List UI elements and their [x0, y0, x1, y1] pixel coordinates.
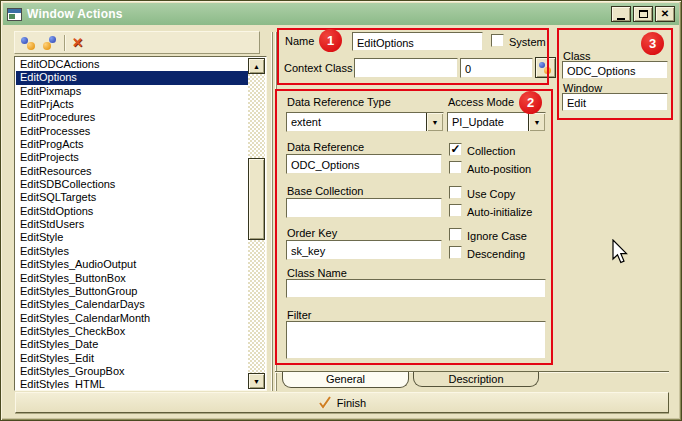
window-icon — [7, 8, 22, 21]
descending-checkbox[interactable] — [449, 246, 462, 259]
class-name-label: Class Name — [287, 267, 347, 279]
data-reference-type-dropdown[interactable]: extent ▼ — [286, 112, 444, 132]
maximize-icon — [639, 10, 648, 18]
annotation-badge-3: 3 — [641, 32, 664, 55]
list-item[interactable]: EditSDBCollections — [16, 178, 248, 191]
panel-splitter[interactable] — [270, 32, 279, 391]
list-scrollbar[interactable]: ▲ ▼ — [248, 58, 265, 389]
list-item[interactable]: EditResources — [16, 165, 248, 178]
list-item[interactable]: EditProgActs — [16, 138, 248, 151]
base-collection-input[interactable] — [286, 198, 442, 218]
close-icon: ✕ — [661, 9, 669, 19]
list-item[interactable]: EditStyles_CalendarDays — [16, 298, 248, 311]
dropdown-arrow-icon[interactable]: ▼ — [528, 113, 545, 131]
list-item[interactable]: EditStdOptions — [16, 205, 248, 218]
finish-button[interactable]: Finish — [15, 392, 669, 413]
dropdown-arrow-icon[interactable]: ▼ — [426, 113, 443, 131]
list-item[interactable]: EditStyles_AudioOutput — [16, 258, 248, 271]
system-label: System — [509, 36, 546, 48]
context-class-picker-button[interactable] — [535, 57, 556, 78]
list-item[interactable]: EditSQLTargets — [16, 191, 248, 204]
list-item[interactable]: EditStdUsers — [16, 218, 248, 231]
name-input[interactable] — [352, 32, 483, 51]
scroll-down-button[interactable]: ▼ — [248, 373, 265, 389]
list-item[interactable]: EditPrjActs — [16, 98, 248, 111]
list-item[interactable]: EditProcesses — [16, 125, 248, 138]
ball-icon — [27, 42, 35, 50]
minimize-button[interactable] — [611, 6, 631, 22]
maximize-button[interactable] — [633, 6, 653, 22]
finish-label: Finish — [337, 397, 366, 409]
system-checkbox[interactable] — [491, 34, 504, 47]
filter-textarea[interactable] — [286, 321, 546, 359]
mouse-cursor — [612, 239, 630, 266]
order-key-input[interactable] — [286, 240, 442, 260]
context-class-input[interactable] — [354, 58, 458, 78]
tab-general[interactable]: General — [282, 372, 409, 388]
collection-label: Collection — [467, 145, 515, 157]
base-collection-label: Base Collection — [287, 185, 363, 197]
use-copy-label: Use Copy — [467, 188, 515, 200]
list-item[interactable]: EditStyles_ButtonBox — [16, 272, 248, 285]
auto-initialize-label: Auto-initialize — [467, 206, 532, 218]
list-item[interactable]: EditProjects — [16, 151, 248, 164]
list-item[interactable]: EditProcedures — [16, 111, 248, 124]
data-reference-label: Data Reference — [287, 141, 364, 153]
auto-position-checkbox[interactable] — [449, 161, 462, 174]
name-label: Name — [285, 35, 314, 47]
copy-action-icon[interactable] — [42, 35, 58, 51]
auto-position-label: Auto-position — [467, 163, 531, 175]
list-item[interactable]: EditStyle — [16, 231, 248, 244]
collection-checkbox[interactable] — [449, 143, 462, 156]
minimize-icon — [617, 18, 625, 20]
ball-icon — [43, 42, 51, 50]
data-reference-type-label: Data Reference Type — [287, 96, 391, 108]
window-input[interactable] — [562, 93, 668, 111]
check-icon — [318, 396, 332, 409]
actions-toolbar: ✕ — [14, 31, 260, 54]
scroll-up-icon: ▲ — [253, 63, 260, 70]
class-name-input[interactable] — [286, 279, 546, 298]
window-actions-dialog: Window Actions ✕ ✕ EditODCActionsEditOpt… — [0, 0, 682, 421]
ignore-case-checkbox[interactable] — [449, 228, 462, 241]
tab-description[interactable]: Description — [413, 372, 539, 387]
list-item[interactable]: EditStyles_GroupBox — [16, 365, 248, 378]
filter-label: Filter — [287, 309, 311, 321]
access-mode-label: Access Mode — [448, 96, 514, 108]
list-item[interactable]: EditStyles_Date — [16, 338, 248, 351]
class-input[interactable] — [562, 61, 668, 79]
use-copy-checkbox[interactable] — [449, 186, 462, 199]
data-reference-type-value: extent — [287, 113, 426, 131]
annotation-badge-1: 1 — [319, 29, 342, 52]
auto-initialize-checkbox[interactable] — [449, 204, 462, 217]
scrollbar-thumb[interactable] — [248, 158, 265, 240]
delete-action-icon[interactable]: ✕ — [72, 36, 83, 49]
list-item[interactable]: EditStyles_ButtonGroup — [16, 285, 248, 298]
list-item[interactable]: EditStyles_CheckBox — [16, 325, 248, 338]
scroll-down-icon: ▼ — [253, 378, 260, 385]
descending-label: Descending — [467, 248, 525, 260]
window-title: Window Actions — [27, 7, 123, 21]
new-action-icon[interactable] — [20, 35, 36, 51]
list-item[interactable]: EditStyles_Edit — [16, 352, 248, 365]
access-mode-dropdown[interactable]: PI_Update ▼ — [447, 112, 546, 132]
ignore-case-label: Ignore Case — [467, 230, 527, 242]
context-class-count-input[interactable] — [460, 58, 533, 78]
close-button[interactable]: ✕ — [655, 6, 675, 22]
list-item[interactable]: EditStyles — [16, 245, 248, 258]
toolbar-separator — [64, 35, 66, 51]
list-item[interactable]: EditPixmaps — [16, 85, 248, 98]
list-item[interactable]: EditOptions — [16, 71, 248, 84]
order-key-label: Order Key — [287, 227, 337, 239]
list-item[interactable]: EditODCActions — [16, 58, 248, 71]
action-list[interactable]: EditODCActionsEditOptionsEditPixmapsEdit… — [14, 56, 267, 391]
context-class-label: Context Class — [284, 62, 352, 74]
ball-icon — [49, 36, 56, 43]
ball-icon — [544, 67, 551, 74]
titlebar[interactable]: Window Actions ✕ — [3, 3, 679, 25]
data-reference-input[interactable] — [286, 154, 442, 174]
list-item[interactable]: EditStyles_HTML — [16, 378, 248, 389]
scroll-up-button[interactable]: ▲ — [248, 58, 265, 74]
annotation-badge-2: 2 — [519, 91, 542, 114]
list-item[interactable]: EditStyles_CalendarMonth — [16, 312, 248, 325]
